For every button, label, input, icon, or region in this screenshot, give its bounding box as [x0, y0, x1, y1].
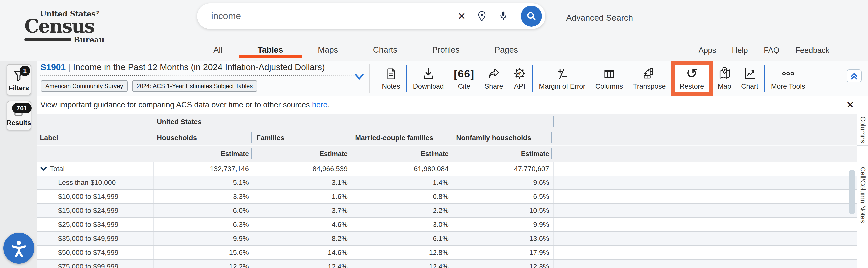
columns-button[interactable]: Columns [590, 67, 628, 90]
estimate-value[interactable]: 9.6% [453, 176, 554, 190]
row-label[interactable]: $15,000 to $24,999 [37, 204, 154, 217]
estimate-value[interactable]: 1.6% [253, 190, 352, 203]
row-filler [554, 232, 857, 245]
vertical-scrollbar-thumb[interactable] [849, 170, 855, 214]
more-tools-icon [781, 67, 795, 80]
estimate-value[interactable]: 61,980,084 [352, 162, 453, 175]
restore-button[interactable]: ↺Restore [675, 65, 709, 92]
toolbar-button-label: Chart [741, 82, 758, 90]
estimate-value[interactable]: 17.9% [453, 246, 554, 259]
row-label[interactable]: $35,000 to $49,999 [37, 232, 154, 245]
link-apps[interactable]: Apps [698, 46, 716, 55]
row-label[interactable]: $75,000 to $99,999 [37, 260, 154, 268]
margin-of-error-button[interactable]: Margin of Error [534, 67, 590, 90]
clear-search-icon[interactable]: ✕ [458, 11, 466, 21]
estimate-value[interactable]: 1.4% [352, 176, 453, 190]
estimate-value[interactable]: 12.3% [453, 260, 554, 268]
transpose-button[interactable]: Transpose [628, 67, 671, 90]
estimate-value[interactable]: 0.8% [352, 190, 453, 203]
estimate-value[interactable]: 6.0% [154, 204, 253, 217]
link-faq[interactable]: FAQ [764, 46, 779, 55]
estimate-value[interactable]: 14.6% [253, 246, 352, 259]
estimate-value[interactable]: 5.1% [154, 176, 253, 190]
results-button[interactable]: Results 761 [7, 101, 31, 130]
microphone-icon[interactable] [498, 11, 509, 22]
estimate-value[interactable]: 4.6% [253, 218, 352, 231]
columns-icon [603, 67, 615, 80]
rail-tab-columns[interactable]: Columns [857, 114, 868, 146]
row-label[interactable]: $25,000 to $34,999 [37, 218, 154, 231]
estimate-value[interactable]: 9.9% [154, 232, 253, 245]
column-header-families[interactable]: Families [256, 130, 284, 145]
estimate-value[interactable]: 9.9% [453, 218, 554, 231]
row-filler [554, 260, 857, 268]
row-label[interactable]: $10,000 to $14,999 [37, 190, 154, 203]
tab-charts[interactable]: Charts [373, 45, 397, 55]
column-header-married-couple-families[interactable]: Married-couple families [355, 130, 433, 145]
estimate-value[interactable]: 6.1% [352, 232, 453, 245]
column-header-households[interactable]: Households [157, 130, 197, 145]
rail-tab-cell-column-notes[interactable]: Cell/Column Notes [857, 146, 868, 244]
chart-button[interactable]: Chart [736, 67, 763, 90]
advanced-search-link[interactable]: Advanced Search [566, 13, 633, 23]
estimate-value[interactable]: 8.2% [253, 232, 352, 245]
estimate-header[interactable]: Estimate [453, 146, 549, 162]
estimate-value[interactable]: 3.3% [154, 190, 253, 203]
estimate-value[interactable]: 6.3% [154, 218, 253, 231]
search-button[interactable] [521, 6, 542, 27]
estimate-value[interactable]: 3.7% [253, 204, 352, 217]
close-banner-icon[interactable]: ✕ [846, 100, 854, 110]
census-bureau-logo[interactable]: United States® Census Bureau [25, 9, 107, 44]
table-toolbar: S1901|Income in the Past 12 Months (in 2… [37, 61, 868, 96]
tab-pages[interactable]: Pages [495, 45, 518, 55]
chevron-down-icon[interactable] [354, 72, 365, 80]
search-bar[interactable]: income ✕ [197, 3, 545, 29]
cite-button[interactable]: [66]Cite [449, 67, 480, 90]
tab-tables[interactable]: Tables [257, 45, 283, 55]
estimate-value[interactable]: 12.4% [352, 260, 453, 268]
estimate-value[interactable]: 3.0% [352, 218, 453, 231]
tab-maps[interactable]: Maps [318, 45, 338, 55]
estimate-value[interactable]: 84,966,539 [253, 162, 352, 175]
tab-all[interactable]: All [213, 45, 223, 55]
location-pin-icon[interactable] [476, 11, 488, 22]
download-button[interactable]: Download [408, 67, 449, 90]
estimate-value[interactable]: 12.4% [253, 260, 352, 268]
estimate-value[interactable]: 2.2% [352, 204, 453, 217]
estimate-value[interactable]: 13.6% [453, 232, 554, 245]
notes-button[interactable]: Notes [377, 67, 405, 90]
api-button[interactable]: APIAPI [508, 67, 531, 90]
accessibility-button[interactable] [3, 233, 34, 264]
row-label[interactable]: $50,000 to $74,999 [37, 246, 154, 259]
more-tools-button[interactable]: More Tools [766, 67, 810, 90]
estimate-value[interactable]: 132,737,146 [154, 162, 253, 175]
row-label[interactable]: Less than $10,000 [37, 176, 154, 190]
estimate-header[interactable]: Estimate [253, 146, 348, 162]
estimate-value[interactable]: 10.5% [453, 204, 554, 217]
estimate-value[interactable]: 12.2% [154, 260, 253, 268]
filters-button[interactable]: Filters 1 [7, 64, 31, 96]
row-filler [554, 190, 857, 203]
estimate-value[interactable]: 6.5% [453, 190, 554, 203]
estimate-value[interactable]: 15.6% [154, 246, 253, 259]
search-input[interactable]: income [211, 11, 458, 22]
estimate-value[interactable]: 12.8% [352, 246, 453, 259]
estimate-value[interactable]: 47,770,607 [453, 162, 554, 175]
collapse-toolbar-button[interactable] [846, 69, 862, 82]
guidance-here-link[interactable]: here [312, 100, 328, 109]
row-label[interactable]: Total [37, 162, 154, 175]
toolbar-button-label: Share [485, 82, 503, 90]
link-help[interactable]: Help [732, 46, 748, 55]
tab-profiles[interactable]: Profiles [432, 45, 460, 55]
column-header-nonfamily-households[interactable]: Nonfamily households [456, 130, 531, 145]
map-button[interactable]: Map [713, 67, 736, 90]
toolbar-buttons: NotesDownload[66]CiteShareAPIAPIMargin o… [377, 61, 810, 96]
share-button[interactable]: Share [479, 67, 508, 90]
estimate-header[interactable]: Estimate [154, 146, 249, 162]
link-feedback[interactable]: Feedback [795, 46, 829, 55]
estimate-value[interactable]: 3.1% [253, 176, 352, 190]
expand-chevron-icon[interactable] [40, 166, 47, 171]
estimate-header[interactable]: Estimate [352, 146, 449, 162]
header-separator [350, 148, 350, 159]
table-id[interactable]: S1901 [40, 62, 66, 72]
